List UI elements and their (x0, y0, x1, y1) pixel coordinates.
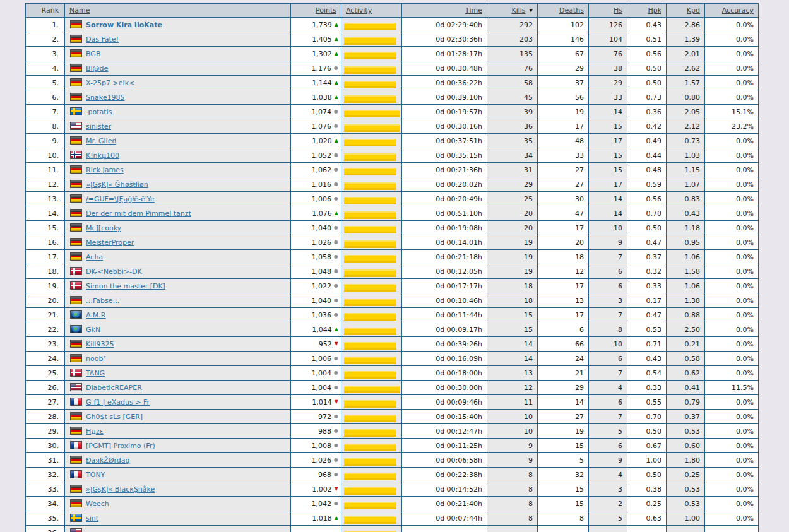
player-link[interactable]: [PGMT] Proximo (Fr) (86, 442, 155, 450)
kpd-cell: 1.06 (667, 279, 705, 293)
hs-cell: 5 (589, 424, 627, 439)
points-cell: 1,038▲ (291, 90, 341, 105)
name-cell: potatis (65, 105, 291, 119)
points-value: 1,052 (312, 151, 332, 160)
player-link[interactable]: A.M.R (86, 311, 105, 319)
column-header-deaths[interactable]: Deaths (538, 4, 589, 18)
column-header-kpd[interactable]: Kpd (667, 4, 705, 18)
trend-steady-icon: ● (334, 269, 338, 274)
rank-cell: 8. (26, 119, 65, 134)
hpk-cell: 0.49 (627, 134, 667, 148)
deaths-cell: 67 (538, 47, 589, 61)
player-link[interactable]: K!nkµ100 (86, 151, 119, 160)
hpk-cell: 0.43 (627, 352, 667, 366)
player-link[interactable]: Mc][cooky (86, 224, 121, 232)
player-link[interactable]: Gh0$t sLs [GER] (86, 413, 143, 421)
points-value: 1,016 (312, 180, 332, 189)
table-row: 10. K!nkµ100 1,052● 0d 00:35:15h 34 33 1… (26, 148, 759, 163)
player-link[interactable]: MeisterProper (86, 239, 134, 247)
trend-down-icon: ▼ (335, 399, 338, 405)
player-link[interactable]: .::Fabse::. (86, 297, 119, 305)
hpk-cell: 0.63 (627, 511, 667, 526)
column-label[interactable]: Points (316, 6, 336, 15)
column-label[interactable]: Time (465, 6, 482, 15)
column-header-name[interactable]: Name (65, 4, 291, 18)
activity-cell (341, 366, 402, 381)
player-link[interactable]: Bl@de (86, 64, 108, 73)
points-cell: 1,004● (291, 366, 341, 381)
player-link[interactable]: ÐãяkŽØrdãg (86, 456, 129, 464)
rank-cell: 23. (26, 337, 65, 352)
player-link[interactable]: potatis (86, 108, 114, 116)
player-link[interactable]: sint (86, 514, 98, 523)
player-link[interactable]: sinister (86, 122, 111, 131)
column-label[interactable]: Accuracy (722, 6, 754, 15)
player-link[interactable]: TONY (86, 471, 105, 479)
player-link[interactable]: Das Fate! (86, 35, 119, 44)
time-cell: 0d 00:36:22h (402, 76, 487, 90)
trend-steady-icon: ● (334, 370, 338, 375)
rank-cell: 14. (26, 206, 65, 221)
player-link[interactable]: Sorrow Kira IloKate (86, 21, 162, 29)
player-link[interactable]: /=GUF=\|Ęąġłĕ-ĕ'Ye (86, 195, 155, 203)
column-label[interactable]: Deaths (559, 6, 584, 15)
activity-bar (344, 37, 396, 45)
hs-cell: 126 (589, 18, 627, 32)
player-link[interactable]: Der der mit dem Pimmel tanzt (86, 210, 191, 218)
player-link[interactable]: Mr. Glied (86, 137, 116, 145)
column-label[interactable]: Name (69, 6, 90, 15)
player-link[interactable]: Snake1985 (86, 93, 124, 102)
player-link[interactable]: Simon the master [DK] (86, 282, 165, 290)
player-link[interactable]: BGB (86, 50, 100, 58)
player-link[interactable]: DK-<Nebbi>-DK (86, 268, 142, 276)
player-link[interactable]: DiabeticREAPER (86, 384, 142, 392)
column-header-hs[interactable]: Hs (589, 4, 627, 18)
player-link[interactable]: noob² (86, 355, 106, 363)
kpd-cell: 2.86 (667, 18, 705, 32)
player-link[interactable]: X-25p7 >eIk< (86, 79, 134, 87)
column-label[interactable]: Activity (346, 6, 372, 15)
kpd-cell: 1.00 (667, 511, 705, 526)
column-label[interactable]: Kpd (687, 6, 700, 15)
rank-cell: 22. (26, 322, 65, 337)
time-cell: 0d 00:06:58h (402, 453, 487, 468)
player-link[interactable]: TANG (86, 369, 105, 377)
column-header-activity[interactable]: Activity (341, 4, 402, 18)
deaths-cell: 30 (538, 192, 589, 206)
points-cell: 1,144▲ (291, 76, 341, 90)
activity-bar (344, 110, 400, 117)
player-link[interactable]: Rick James (86, 166, 124, 174)
table-row: 2. Das Fate! 1,405▲ 0d 02:30:36h 203 146… (26, 32, 759, 47)
table-row: 20. .::Fabse::. 1,040● 0d 00:10:46h 18 1… (26, 293, 759, 308)
column-label[interactable]: Hs (614, 6, 622, 15)
column-header-accuracy[interactable]: Accuracy (705, 4, 759, 18)
column-label[interactable]: Hpk (648, 6, 661, 15)
player-link[interactable]: Kill9325 (86, 340, 114, 348)
flag-de-icon (70, 485, 82, 493)
activity-bar (344, 429, 396, 437)
player-link[interactable]: Hдzε (86, 427, 104, 435)
flag-de-icon (70, 165, 82, 174)
player-link[interactable]: Weech (86, 500, 109, 508)
column-header-time[interactable]: Time (402, 4, 487, 18)
flag-se-icon (70, 107, 82, 115)
deaths-cell: 29 (538, 61, 589, 76)
time-cell: 0d 00:35:15h (402, 148, 487, 163)
column-header-kills[interactable]: Kills▼ (487, 4, 538, 18)
player-link[interactable]: Acha (86, 253, 103, 261)
trend-steady-icon: ● (334, 109, 338, 114)
column-label[interactable]: Kills (511, 6, 525, 15)
player-link[interactable]: »|GʂK|« BlãcкŞnåke (86, 485, 155, 494)
player-link[interactable]: G-f1 | eXadus > Fr (86, 398, 150, 406)
activity-bar (344, 487, 396, 495)
trend-up-icon: ▲ (335, 211, 338, 216)
time-cell: 0d 01:28:17h (402, 47, 487, 61)
hs-cell (589, 526, 627, 532)
player-link[interactable]: GkN (86, 326, 100, 334)
table-row: 34. Weech 1,042● 0d 00:21:40h 8 15 2 0.2… (26, 497, 759, 511)
player-link[interactable]: »|GʂK|« Ğħøšŧłìøñ (86, 180, 148, 189)
hs-cell: 15 (589, 119, 627, 134)
column-header-points[interactable]: Points (291, 4, 341, 18)
column-header-hpk[interactable]: Hpk (627, 4, 667, 18)
kpd-cell: 1.38 (667, 293, 705, 308)
